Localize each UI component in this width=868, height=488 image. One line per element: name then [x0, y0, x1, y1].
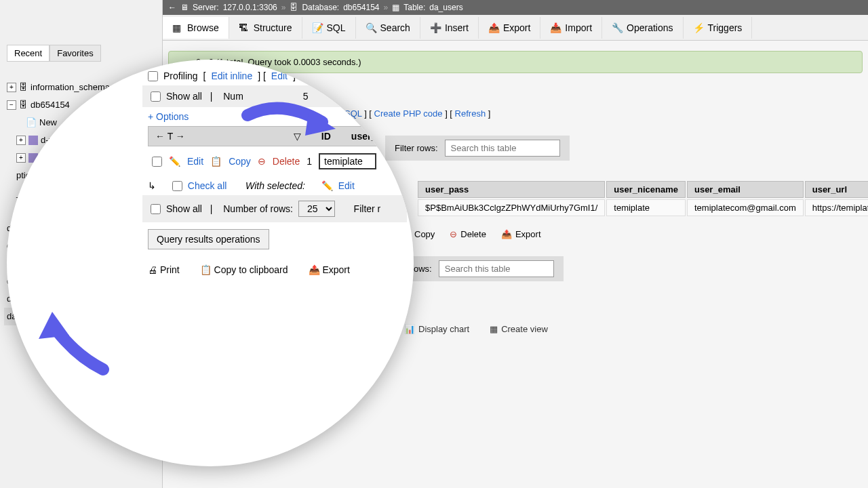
cell-nicename: temiplate: [606, 199, 686, 216]
table-label: Table:: [403, 3, 425, 12]
browse-icon: ▦: [172, 22, 183, 33]
th-nicename[interactable]: user_nicename: [606, 181, 686, 198]
tab-browse[interactable]: ▦Browse: [163, 17, 229, 39]
export-icon: 📤: [488, 22, 499, 33]
database-value[interactable]: db654154: [343, 3, 379, 12]
data-table: user_pass user_nicename user_email user_…: [416, 180, 868, 218]
filter-bar-2: ows:: [404, 256, 564, 281]
checkall-link[interactable]: Check all: [188, 180, 227, 191]
structure-icon: 🏗: [239, 22, 250, 33]
showall-label2: Show all: [166, 203, 202, 214]
export-icon: 📤: [501, 229, 512, 239]
export-link[interactable]: 📤 Export: [309, 264, 350, 275]
tab-search[interactable]: 🔍Search: [356, 17, 420, 39]
tab-favorites[interactable]: Favorites: [50, 45, 100, 62]
filter-bar: Filter rows:: [385, 136, 570, 161]
numrows-label2: Number of rows:: [223, 203, 293, 214]
copy-clip-link[interactable]: 📋 Copy to clipboard: [200, 264, 288, 275]
tab-sql[interactable]: 📝SQL: [302, 17, 356, 39]
tabstrip: ▦Browse 🏗Structure 📝SQL 🔍Search ➕Insert …: [163, 15, 868, 41]
table-row[interactable]: $P$BmAiUBk3CclgzZPhWYdMiUrhy7GmI1/ temip…: [418, 199, 868, 216]
profiling-label: Profiling: [163, 70, 198, 81]
tab-triggers[interactable]: ⚡Triggers: [684, 17, 753, 39]
ows-label: ows:: [414, 264, 432, 274]
cell-url: https://temiplate: [805, 199, 868, 216]
tab-export[interactable]: 📤Export: [479, 17, 540, 39]
refresh-link[interactable]: Refresh: [455, 108, 486, 119]
profiling-checkbox[interactable]: [148, 71, 158, 81]
edit-icon: ✏️: [321, 180, 333, 191]
copy-icon: 📋: [210, 156, 222, 167]
table-value[interactable]: da_users: [429, 3, 462, 12]
server-label: Server:: [193, 3, 219, 12]
create-php-link[interactable]: Create PHP code: [374, 108, 443, 119]
zoom-arrow-bottom: [28, 308, 117, 376]
numrows-select[interactable]: 25: [298, 201, 335, 217]
th-email[interactable]: user_email: [687, 181, 804, 198]
edit-inline-link[interactable]: Edit inline: [211, 70, 252, 81]
search-icon: 🔍: [366, 22, 376, 33]
checkall-arrow-icon: ↳: [148, 180, 156, 191]
with-selected-label: With selected:: [245, 180, 305, 191]
server-icon: 🖥: [180, 3, 189, 12]
print-link[interactable]: 🖨 Print: [148, 264, 180, 275]
checkall-checkbox[interactable]: [172, 181, 182, 191]
copy-row[interactable]: Copy: [229, 156, 251, 167]
collapse-icon[interactable]: ←: [168, 3, 176, 12]
showall-label: Show all: [166, 91, 202, 102]
th-userpass[interactable]: user_pass: [418, 181, 605, 198]
delete-row[interactable]: Delete: [273, 156, 300, 167]
query-ops-header: Query results operations: [148, 229, 269, 249]
userlogin-edit-input[interactable]: [319, 153, 376, 169]
zoom-lens: Profiling [ Edit inline ] [ Edit ] Show …: [7, 60, 414, 466]
database-icon: 🗄: [290, 3, 298, 12]
clipboard-icon: 📋: [200, 264, 212, 275]
filter-label: Filter rows:: [395, 143, 438, 153]
edit-row[interactable]: Edit: [187, 156, 203, 167]
row-actions: 📋Copy ⊖Delete 📤Export: [400, 229, 541, 239]
tab-insert[interactable]: ➕Insert: [420, 17, 479, 39]
chart-icon: 📊: [404, 324, 415, 334]
import-icon: 📥: [550, 22, 561, 33]
server-value[interactable]: 127.0.0.1:3306: [223, 3, 277, 12]
showall-checkbox2[interactable]: [151, 204, 161, 214]
edit-icon: ✏️: [169, 156, 180, 167]
filter-input-2[interactable]: [439, 260, 554, 277]
breadcrumb: ← 🖥 Server: 127.0.0.1:3306 » 🗄 Database:…: [163, 0, 868, 15]
view-icon: ▦: [490, 324, 498, 334]
tab-structure[interactable]: 🏗Structure: [229, 17, 302, 39]
insert-icon: ➕: [430, 22, 441, 33]
export-icon: 📤: [309, 264, 320, 275]
tab-import[interactable]: 📥Import: [540, 17, 602, 39]
delete-action[interactable]: ⊖Delete: [450, 229, 486, 239]
options-link[interactable]: + Options: [148, 111, 189, 122]
tab-operations[interactable]: 🔧Operations: [602, 17, 683, 39]
database-label: Database:: [302, 3, 339, 12]
filter-r-label: Filter r: [354, 203, 381, 214]
sort-arrows[interactable]: ← T →: [155, 131, 185, 142]
cell-email: temiplatecom@gmail.com: [687, 199, 804, 216]
print-icon: 🖨: [148, 264, 157, 275]
view-links: 📊Display chart ▦Create view: [404, 324, 548, 334]
th-url[interactable]: user_url: [805, 181, 868, 198]
batch-edit[interactable]: Edit: [338, 180, 355, 191]
delete-icon: ⊖: [450, 229, 457, 239]
create-view-link[interactable]: ▦Create view: [490, 324, 548, 334]
delete-icon: ⊖: [258, 156, 266, 167]
row-id: 1: [307, 156, 312, 167]
filter-input[interactable]: [445, 140, 560, 157]
zoom-arrow-top: [241, 95, 342, 149]
display-chart-link[interactable]: 📊Display chart: [404, 324, 469, 334]
operations-icon: 🔧: [612, 22, 623, 33]
tab-recent[interactable]: Recent: [7, 45, 50, 62]
cell-userpass: $P$BmAiUBk3CclgzZPhWYdMiUrhy7GmI1/: [418, 199, 605, 216]
sql-icon: 📝: [312, 22, 323, 33]
row-checkbox[interactable]: [152, 157, 162, 167]
table-icon: ▦: [392, 3, 399, 12]
export-action[interactable]: 📤Export: [501, 229, 541, 239]
showall-checkbox[interactable]: [151, 92, 161, 102]
triggers-icon: ⚡: [693, 22, 704, 33]
